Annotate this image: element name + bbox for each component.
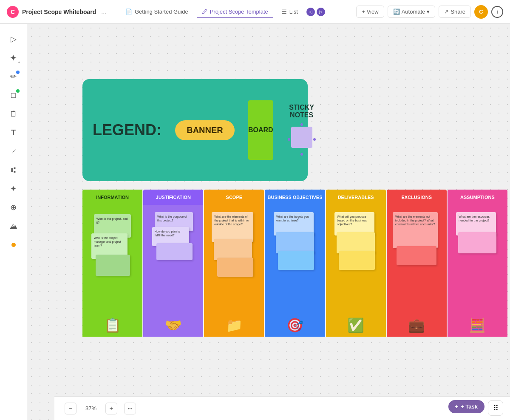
legend-sticky-section: STICKYNOTES [287, 104, 317, 156]
nav-arrow-group: ◁ ▷ [306, 8, 325, 16]
sticky-stack-scope: What are the elements of the project tha… [207, 210, 261, 295]
information-icon: 📋 [104, 317, 121, 333]
fit-button[interactable]: ↔ [124, 403, 136, 414]
left-sidebar: ▷ ✦ + ✏ □ 🗒 T ⟋ ⑆ ✦ ⊕ ⛰ [0, 24, 27, 420]
sticky-info-3[interactable] [96, 255, 130, 276]
tab-list[interactable]: ☰ List [277, 5, 303, 18]
extra-dot [11, 243, 16, 247]
connectors-icon: ⟋ [10, 147, 17, 156]
col-header-assumptions: ASSUMPTIONS [448, 190, 507, 205]
sticky-stack-deliverables: What will you produce based on the busin… [329, 210, 382, 295]
legend-title: LEGEND: [93, 121, 162, 139]
sticky-excl-2[interactable] [397, 246, 436, 265]
col-header-justification: JUSTIFICATION [143, 190, 203, 205]
cursor-icon: ▷ [11, 34, 17, 44]
tab-getting-started[interactable]: 📄 Getting Started Guide [120, 5, 193, 18]
col-header-deliverables: DELIVERABLES [326, 190, 386, 205]
task-label: + Task [461, 403, 478, 410]
globe-icon: ⊕ [10, 203, 17, 212]
sidebar-item-sticky[interactable]: 🗒 [5, 105, 22, 122]
shape-dot [16, 89, 20, 93]
app-logo: C [7, 6, 19, 18]
sticky-scope-1[interactable]: What are the elements of the project tha… [212, 212, 253, 242]
header-actions: + View 🔄 Automate ▾ ↗ Share C i [356, 5, 503, 19]
legend-board: BOARD [248, 100, 273, 160]
share-button[interactable]: ↗ Share [439, 6, 471, 18]
app-title: Project Scope Whiteboard [22, 9, 96, 15]
sidebar-item-cursor[interactable]: ▷ [5, 31, 22, 48]
deliverables-icon: ✅ [347, 317, 364, 333]
automate-button[interactable]: 🔄 Automate ▾ [388, 6, 436, 18]
automate-label: Automate [402, 9, 425, 15]
col-deliverables: What will you produce based on the busin… [326, 205, 386, 337]
col-information: What is the project, and it? Who is the … [82, 205, 142, 337]
canvas-area[interactable]: LEGEND: BANNER BOARD STICKYNOTES INFORMA… [27, 24, 510, 420]
share-screen-icon: ⑆ [11, 166, 16, 175]
zoom-out-button[interactable]: − [65, 403, 76, 414]
avatar: C [474, 5, 488, 19]
scope-icon: 📁 [226, 317, 243, 333]
legend-sticky-note [291, 127, 312, 148]
title-dots: ... [101, 9, 106, 15]
whiteboard-icon: 🖊 [202, 9, 207, 15]
sidebar-item-text[interactable]: T [5, 124, 22, 141]
sticky-scope-3[interactable] [217, 258, 253, 277]
sidebar-item-globe[interactable]: ⊕ [5, 199, 22, 216]
legend-sticky-demo [287, 122, 317, 156]
info-button[interactable]: i [491, 6, 503, 18]
doc-icon: 📄 [125, 9, 132, 15]
col-scope: What are the elements of the project tha… [204, 205, 264, 337]
sticky-biz-2[interactable] [276, 232, 314, 253]
col-business-objectives: What are the targets you want to achieve… [265, 205, 325, 337]
pen-dot [16, 71, 20, 74]
sticky-stack-justification: What is the purpose of this project? How… [147, 210, 200, 295]
legend-sticky-label: STICKYNOTES [289, 104, 314, 119]
sidebar-item-share-screen[interactable]: ⑆ [5, 162, 22, 179]
bottom-bar: − 37% + ↔ [54, 396, 510, 420]
col-justification: What is the purpose of this project? How… [143, 205, 203, 337]
nav-next-icon[interactable]: ▷ [317, 8, 325, 16]
tab-project-scope-label: Project Scope Template [210, 9, 268, 15]
automate-icon: 🔄 [393, 9, 400, 15]
sidebar-item-extra[interactable] [5, 236, 22, 253]
sparkle-icon: ✦ [10, 184, 17, 193]
list-icon: ☰ [282, 9, 287, 15]
business-objectives-icon: 🎯 [286, 317, 303, 333]
sticky-biz-3[interactable] [278, 251, 314, 270]
sidebar-item-image[interactable]: ⛰ [5, 218, 22, 235]
sidebar-item-sparkle[interactable]: ✦ [5, 180, 22, 197]
apps-grid-icon: ⠿ [493, 403, 499, 413]
sticky-stack-exclusions: What are the elements not included in th… [390, 210, 443, 295]
sticky-del-3[interactable] [339, 251, 375, 270]
apps-button[interactable]: ⠿ [488, 400, 503, 416]
zoom-level-display: 37% [83, 405, 99, 411]
sidebar-item-shape[interactable]: □ [5, 87, 22, 104]
sidebar-item-pen[interactable]: ✏ [5, 68, 22, 85]
tab-project-scope-template[interactable]: 🖊 Project Scope Template [197, 5, 273, 18]
nav-prev-icon[interactable]: ◁ [306, 8, 315, 16]
columns-body: What is the project, and it? Who is the … [82, 205, 507, 337]
task-button[interactable]: + + Task [448, 400, 484, 413]
shape-icon: □ [11, 91, 16, 100]
sticky-assump-2[interactable] [458, 232, 496, 253]
tab-getting-started-label: Getting Started Guide [135, 9, 188, 15]
col-header-information: INFORMATION [82, 190, 142, 205]
col-header-business-objectives: BUSINESS OBJECTIVES [265, 190, 325, 205]
sticky-stack-biz-obj: What are the targets you want to achieve… [268, 210, 321, 295]
text-icon: T [11, 128, 16, 137]
col-assumptions: What are the resources needed for the pr… [448, 205, 507, 337]
col-header-scope: SCOPE [204, 190, 264, 205]
zoom-in-button[interactable]: + [105, 403, 117, 414]
sticky-excl-1[interactable]: What are the elements not included in th… [393, 212, 438, 248]
col-exclusions: What are the elements not included in th… [387, 205, 447, 337]
sticky-stack-assumptions: What are the resources needed for the pr… [451, 210, 504, 295]
sidebar-item-magic[interactable]: ✦ + [5, 49, 22, 66]
magic-icon: ✦ [10, 53, 17, 63]
pen-icon: ✏ [10, 72, 17, 81]
sticky-scope-2[interactable] [214, 239, 252, 260]
sidebar-item-connectors[interactable]: ⟋ [5, 143, 22, 160]
sticky-just-3[interactable] [156, 243, 193, 260]
view-button[interactable]: + View [356, 6, 384, 18]
sticky-stack-information: What is the project, and it? Who is the … [86, 210, 139, 295]
sticky-del-2[interactable] [337, 232, 375, 253]
